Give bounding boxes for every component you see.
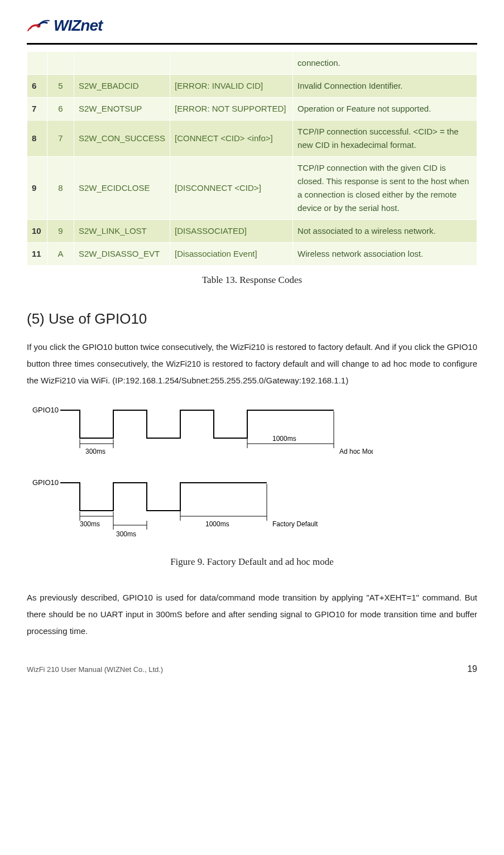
table-cell: Wireless network association lost. <box>293 242 477 265</box>
table-cell: [DISCONNECT <CID>] <box>170 156 293 219</box>
header-divider <box>27 43 477 45</box>
table-row: 109S2W_LINK_LOST[DISASSOCIATED]Not assoc… <box>27 219 477 242</box>
page-number: 19 <box>467 662 477 676</box>
table-row: 11AS2W_DISASSO_EVT[Disassociation Event]… <box>27 242 477 265</box>
logo-swirl-icon <box>27 17 50 34</box>
label-300ms-a: 300ms <box>85 448 105 455</box>
table-row: 76S2W_ENOTSUP[ERROR: NOT SUPPORTED]Opera… <box>27 97 477 120</box>
table-cell: 7 <box>27 97 47 120</box>
label-factory: Factory Default <box>272 520 318 528</box>
table-cell: S2W_CON_SUCCESS <box>74 120 170 156</box>
section-heading: (5) Use of GPIO10 <box>27 308 477 331</box>
table-cell: 8 <box>27 120 47 156</box>
table-cell: S2W_ECIDCLOSE <box>74 156 170 219</box>
table-cell <box>74 51 170 74</box>
table-cell: S2W_EBADCID <box>74 74 170 97</box>
response-codes-table: connection.65S2W_EBADCID[ERROR: INVALID … <box>27 51 477 266</box>
table-cell: [Disassociation Event] <box>170 242 293 265</box>
brand-name: WIZnet <box>54 13 102 39</box>
table-row: 87S2W_CON_SUCCESS[CONNECT <CID> <info>]T… <box>27 120 477 156</box>
figure-caption: Figure 9. Factory Default and ad hoc mod… <box>27 554 477 569</box>
label-gpio10-top: GPIO10 <box>32 406 59 414</box>
table-cell: A <box>47 242 74 265</box>
table-cell: [CONNECT <CID> <info>] <box>170 120 293 156</box>
table-cell: 7 <box>47 120 74 156</box>
paragraph-2: As previously described, GPIO10 is used … <box>27 589 477 640</box>
table-cell: [DISASSOCIATED] <box>170 219 293 242</box>
table-cell: TCP/IP connection successful. <CID> = th… <box>293 120 477 156</box>
table-caption: Table 13. Response Codes <box>27 272 477 287</box>
table-cell <box>170 51 293 74</box>
table-cell: 10 <box>27 219 47 242</box>
table-cell: S2W_LINK_LOST <box>74 219 170 242</box>
label-1000ms-b: 1000ms <box>205 520 229 528</box>
label-1000ms-a: 1000ms <box>272 435 296 443</box>
table-cell: S2W_DISASSO_EVT <box>74 242 170 265</box>
table-row: connection. <box>27 51 477 74</box>
label-gpio10-bottom: GPIO10 <box>32 478 59 487</box>
table-cell: TCP/IP connection with the given CID is … <box>293 156 477 219</box>
gpio-timing-figure: GPIO10 300ms 1000ms Ad hoc Mode GPIO10 <box>27 399 477 544</box>
footer-doc-title: WizFi 210 User Manual (WIZNet Co., Ltd.) <box>27 664 163 676</box>
page-footer: WizFi 210 User Manual (WIZNet Co., Ltd.)… <box>27 662 477 676</box>
table-cell: 5 <box>47 74 74 97</box>
table-cell: 9 <box>47 219 74 242</box>
table-cell: 11 <box>27 242 47 265</box>
table-cell: [ERROR: NOT SUPPORTED] <box>170 97 293 120</box>
table-row: 65S2W_EBADCID[ERROR: INVALID CID]Invalid… <box>27 74 477 97</box>
label-300ms-d: 300ms <box>116 530 136 538</box>
label-300ms-c: 300ms <box>80 520 100 528</box>
table-cell: 9 <box>27 156 47 219</box>
table-cell: Not associated to a wireless network. <box>293 219 477 242</box>
table-cell: Operation or Feature not supported. <box>293 97 477 120</box>
table-cell: 6 <box>47 97 74 120</box>
table-cell: connection. <box>293 51 477 74</box>
table-cell <box>47 51 74 74</box>
table-row: 98S2W_ECIDCLOSE[DISCONNECT <CID>]TCP/IP … <box>27 156 477 219</box>
table-cell <box>27 51 47 74</box>
table-cell: 8 <box>47 156 74 219</box>
header-logo: WIZnet <box>27 13 477 39</box>
table-cell: S2W_ENOTSUP <box>74 97 170 120</box>
table-cell: 6 <box>27 74 47 97</box>
paragraph-1: If you click the GPIO10 button twice con… <box>27 339 477 389</box>
table-cell: [ERROR: INVALID CID] <box>170 74 293 97</box>
table-cell: Invalid Connection Identifier. <box>293 74 477 97</box>
label-adhoc: Ad hoc Mode <box>339 448 373 455</box>
